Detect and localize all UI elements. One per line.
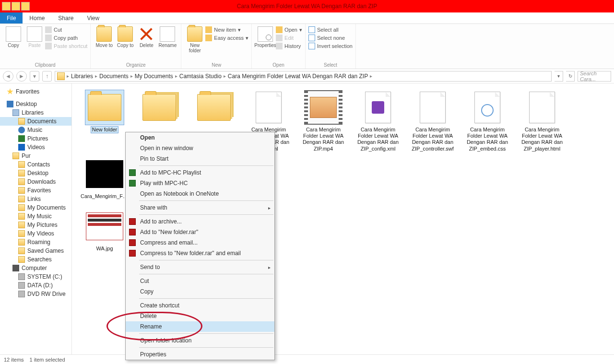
tab-share[interactable]: Share [51,12,80,23]
crumb[interactable]: My Documents▸ [135,73,177,80]
new-item-button[interactable]: New item ▾ [205,26,248,33]
sidebar-item[interactable]: Searches [0,255,71,264]
sidebar-label: My Pictures [27,222,58,228]
folder-icon [18,230,25,237]
nav-pane[interactable]: Favorites Desktop Libraries Documents Mu… [0,83,72,354]
ctx-delete[interactable]: Delete [126,311,274,321]
search-input[interactable]: Search Cara... [578,71,611,82]
ctx-open[interactable]: Open [126,132,274,143]
file-item[interactable]: Cara Mengirim Folder Lewat WA Dengan RAR… [299,90,347,152]
sidebar-music[interactable]: Music [0,126,71,134]
sidebar-item[interactable]: Desktop [0,169,71,177]
sidebar-drive[interactable]: SYSTEM (C:) [0,272,71,281]
qat-icon[interactable] [2,2,11,11]
ctx-send-to[interactable]: Send to [126,262,274,272]
sidebar-item[interactable]: My Pictures [0,221,71,229]
refresh-button[interactable]: ↻ [566,71,575,82]
file-item[interactable]: New folder [81,90,129,152]
sidebar-item[interactable]: Favorites [0,186,71,195]
sidebar-videos[interactable]: Videos [0,143,71,152]
file-item[interactable]: Cara_Mengirim_Folder_Lewat_WA_Dengan_RAR… [81,157,129,200]
sidebar-pur[interactable]: Pur [0,152,71,160]
properties-button[interactable]: Properties [255,25,276,48]
delete-button[interactable]: Delete [136,25,157,48]
ctx-pin[interactable]: Pin to Start [126,153,274,164]
ctx-open-location[interactable]: Open folder location [126,335,274,346]
ctx-archive-named[interactable]: Add to "New folder.rar" [126,227,274,237]
file-item[interactable]: WA.jpg [81,209,129,252]
sidebar-item[interactable]: Links [0,195,71,203]
crumb[interactable]: Documents▸ [99,73,133,80]
qat-icon[interactable] [12,2,20,11]
sidebar-documents[interactable]: Documents [0,117,71,126]
sidebar-item[interactable]: My Documents [0,203,71,212]
sidebar-desktop[interactable]: Desktop [0,100,71,108]
address-dropdown[interactable]: ▾ [555,71,563,82]
address-bar[interactable]: ▸ Libraries▸ Documents▸ My Documents▸ Ca… [55,71,552,82]
file-item[interactable]: Cara Mengirim Folder Lewat WA Dengan RAR… [463,90,511,152]
sidebar-drive[interactable]: DATA (D:) [0,281,71,290]
tab-file[interactable]: File [0,12,23,23]
ctx-compress-email[interactable]: Compress and email... [126,237,274,248]
ctx-rename[interactable]: Rename [126,321,274,332]
cut-button[interactable]: Cut [45,26,87,33]
open-button[interactable]: Open ▾ [276,26,302,33]
copy-to-button[interactable]: Copy to [115,25,136,48]
sidebar-drive[interactable]: DVD RW Drive [0,290,71,298]
videos-icon [18,144,25,151]
ctx-onenote[interactable]: Open as Notebook in OneNote [126,188,274,199]
crumb[interactable]: Cara Mengirim Folder Lewat WA Dengan RAR… [228,73,372,80]
easy-access-button[interactable]: Easy access ▾ [205,35,248,41]
crumb-label: Cara Mengirim Folder Lewat WA Dengan RAR… [228,73,368,80]
sidebar-item[interactable]: Downloads [0,177,71,186]
copy-path-button[interactable]: Copy path [45,35,87,41]
ctx-copy[interactable]: Copy [126,286,274,297]
sidebar-libraries[interactable]: Libraries [0,108,71,117]
ctx-archive[interactable]: Add to archive... [126,216,274,227]
copy-button[interactable]: Copy [3,25,24,48]
history-button[interactable]: History [276,43,302,49]
file-item[interactable]: Cara Mengirim Folder Lewat WA Dengan RAR… [518,90,566,152]
ctx-compress-named-email[interactable]: Compress to "New folder.rar" and email [126,248,274,258]
file-item[interactable]: Cara Mengirim Folder Lewat WA Dengan RAR… [354,90,402,152]
group-label-new: New [184,62,248,69]
context-menu: Open Open in new window Pin to Start Add… [125,132,275,360]
sidebar-computer[interactable]: Computer [0,264,71,272]
crumb[interactable]: Camtasia Studio▸ [179,73,226,80]
folder-icon [18,204,25,211]
ctx-label: Pin to Start [140,155,168,162]
ctx-share[interactable]: Share with [126,202,274,213]
file-item[interactable]: Cara Mengirim Folder Lewat WA Dengan RAR… [409,90,457,152]
sidebar-item[interactable]: Roaming [0,238,71,247]
invert-selection-button[interactable]: Invert selection [308,43,353,49]
ctx-mpc-play[interactable]: Play with MPC-HC [126,178,274,188]
ctx-shortcut[interactable]: Create shortcut [126,300,274,311]
up-button[interactable]: ↑ [42,71,52,82]
crumb[interactable]: Libraries▸ [71,73,97,80]
move-to-button[interactable]: Move to [94,25,115,48]
sidebar-favorites[interactable]: Favorites [0,87,71,96]
paste-shortcut-label: Paste shortcut [54,43,87,49]
back-button[interactable]: ◄ [3,71,13,82]
ctx-cut[interactable]: Cut [126,276,274,286]
sidebar-item[interactable]: Contacts [0,160,71,169]
tab-view[interactable]: View [80,12,106,23]
new-folder-button[interactable]: New folder [184,25,205,53]
sidebar-item[interactable]: My Music [0,212,71,221]
qat-icon[interactable] [21,2,30,11]
sidebar-pictures[interactable]: Pictures [0,134,71,143]
crumb-label: Libraries [71,73,93,80]
ctx-open-window[interactable]: Open in new window [126,143,274,153]
select-all-button[interactable]: Select all [308,26,353,33]
sidebar-item[interactable]: My Videos [0,229,71,238]
rename-button[interactable]: Rename [157,25,178,48]
ctx-properties[interactable]: Properties [126,349,274,360]
tab-home[interactable]: Home [23,12,51,23]
recent-dropdown[interactable]: ▾ [30,71,39,82]
select-none-button[interactable]: Select none [308,35,353,41]
ctx-mpc-add[interactable]: Add to MPC-HC Playlist [126,167,274,178]
open-label: Open [284,27,297,33]
forward-button[interactable]: ► [16,71,27,82]
sidebar-item[interactable]: Saved Games [0,247,71,255]
folder-icon [18,118,25,125]
